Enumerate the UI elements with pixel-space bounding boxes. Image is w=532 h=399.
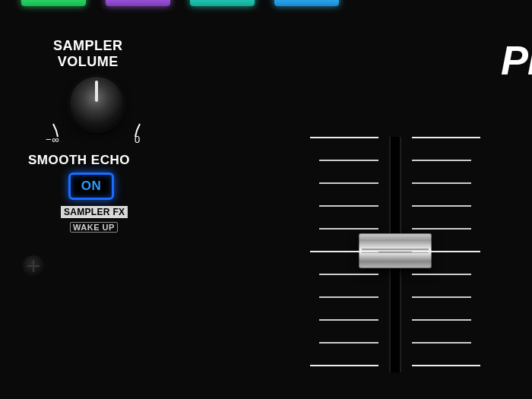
brand-logo-partial: Pi	[501, 36, 532, 84]
smooth-echo-on-button[interactable]: ON	[68, 173, 114, 200]
channel-fader	[319, 137, 471, 372]
fader-tick-major	[319, 137, 471, 138]
on-button-text: ON	[81, 179, 102, 194]
fader-tick-minor	[319, 274, 471, 275]
performance-pad-row	[21, 0, 339, 6]
fader-tick-minor	[319, 342, 471, 344]
fader-tick-minor	[319, 182, 471, 184]
fader-tick-major	[319, 251, 471, 252]
fader-tick-minor	[319, 319, 471, 321]
chassis-screw	[23, 255, 44, 277]
knob-range-arc	[50, 73, 143, 140]
wake-up-badge: WAKE UP	[70, 222, 118, 233]
fader-tick-minor	[319, 296, 471, 298]
sampler-fx-badge: SAMPLER FX	[61, 206, 128, 218]
smooth-echo-label: SMOOTH ECHO	[28, 153, 130, 168]
knob-range-min: −∞	[46, 134, 60, 145]
fader-tick-minor	[319, 205, 471, 207]
fader-tick-major	[319, 365, 471, 366]
sampler-volume-label-line2: VOLUME	[53, 54, 123, 70]
pad-3[interactable]	[190, 0, 255, 6]
sampler-volume-label: SAMPLER VOLUME	[53, 38, 123, 69]
pad-1[interactable]	[21, 0, 86, 6]
knob-range-max: 0	[135, 134, 141, 145]
fader-tick-minor	[319, 228, 471, 230]
sampler-volume-label-line1: SAMPLER	[53, 38, 123, 54]
pad-4[interactable]	[274, 0, 339, 6]
fader-tick-minor	[319, 160, 471, 161]
pad-2[interactable]	[106, 0, 170, 6]
